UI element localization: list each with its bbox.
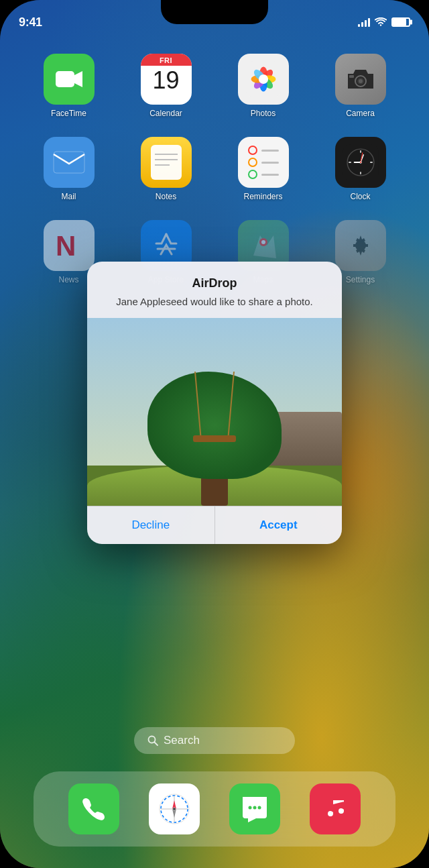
status-icons bbox=[358, 17, 410, 27]
svg-point-11 bbox=[258, 74, 267, 84]
reminders-label: Reminders bbox=[243, 192, 282, 201]
mail-label: Mail bbox=[61, 192, 76, 201]
airdrop-photo-preview bbox=[87, 318, 342, 506]
svg-rect-16 bbox=[54, 152, 84, 173]
dock-app-phone[interactable] bbox=[68, 783, 119, 834]
app-camera[interactable]: Camera bbox=[315, 54, 406, 118]
svg-point-49 bbox=[258, 806, 261, 810]
search-label: Search bbox=[164, 734, 200, 747]
dock-app-music[interactable] bbox=[310, 783, 361, 834]
camera-icon-img bbox=[335, 54, 386, 105]
app-mail[interactable]: Mail bbox=[23, 137, 114, 201]
svg-line-39 bbox=[155, 743, 158, 746]
battery-icon bbox=[391, 17, 410, 27]
signal-bar-2 bbox=[361, 22, 363, 27]
facetime-icon-img bbox=[44, 54, 95, 105]
clock-icon-img bbox=[335, 137, 386, 188]
news-icon-img: N N bbox=[44, 220, 95, 271]
calendar-label: Calendar bbox=[149, 109, 182, 118]
modal-title: AirDrop bbox=[103, 276, 326, 290]
svg-point-32 bbox=[359, 162, 361, 163]
modal-message: Jane Appleseed would like to share a pho… bbox=[103, 294, 326, 309]
app-calendar[interactable]: FRI 19 Calendar bbox=[121, 54, 211, 118]
dock-app-safari[interactable] bbox=[149, 783, 200, 834]
svg-point-36 bbox=[261, 240, 265, 244]
modal-header: AirDrop Jane Appleseed would like to sha… bbox=[87, 262, 342, 318]
calendar-day-header: FRI bbox=[141, 54, 192, 66]
search-bar[interactable]: Search bbox=[134, 727, 295, 754]
settings-label: Settings bbox=[346, 275, 375, 284]
app-clock[interactable]: Clock bbox=[315, 137, 406, 201]
app-reminders[interactable]: Reminders bbox=[218, 137, 308, 201]
dock bbox=[34, 771, 395, 847]
news-label: News bbox=[58, 275, 78, 284]
battery-fill bbox=[393, 19, 406, 25]
dock-app-messages[interactable] bbox=[229, 783, 280, 834]
search-icon bbox=[147, 735, 158, 746]
accept-button[interactable]: Accept bbox=[215, 506, 343, 544]
calendar-date: 19 bbox=[152, 68, 179, 93]
modal-actions: Decline Accept bbox=[87, 506, 342, 544]
settings-icon-img bbox=[335, 220, 386, 271]
photos-icon-img bbox=[238, 54, 289, 105]
phone-frame: 9:41 bbox=[0, 0, 429, 868]
svg-point-48 bbox=[253, 806, 257, 810]
svg-point-46 bbox=[173, 808, 176, 810]
tree-trunk bbox=[201, 385, 228, 506]
notes-label: Notes bbox=[156, 192, 176, 201]
status-time: 9:41 bbox=[19, 15, 42, 30]
signal-bars-icon bbox=[358, 17, 370, 27]
airdrop-modal: AirDrop Jane Appleseed would like to sha… bbox=[87, 262, 342, 544]
svg-point-47 bbox=[249, 806, 252, 810]
svg-rect-0 bbox=[56, 71, 74, 87]
app-facetime[interactable]: FaceTime bbox=[23, 54, 114, 118]
swing-seat bbox=[193, 435, 236, 442]
facetime-label: FaceTime bbox=[51, 109, 86, 118]
app-grid: FaceTime FRI 19 Calendar bbox=[0, 47, 429, 291]
app-notes[interactable]: Notes bbox=[121, 137, 211, 201]
svg-point-14 bbox=[359, 79, 363, 83]
svg-rect-15 bbox=[349, 75, 354, 78]
app-photos[interactable]: Photos bbox=[218, 54, 308, 118]
calendar-icon-img: FRI 19 bbox=[141, 54, 192, 105]
photos-label: Photos bbox=[251, 109, 275, 118]
notes-icon-img bbox=[141, 137, 192, 188]
camera-label: Camera bbox=[346, 109, 375, 118]
svg-marker-1 bbox=[74, 71, 82, 87]
signal-bar-3 bbox=[365, 20, 367, 27]
reminders-icon-img bbox=[238, 137, 289, 188]
mail-icon-img bbox=[44, 137, 95, 188]
wifi-icon bbox=[375, 17, 387, 27]
clock-label: Clock bbox=[350, 192, 370, 201]
svg-text:N: N bbox=[56, 230, 76, 261]
signal-bar-1 bbox=[358, 24, 360, 27]
notch bbox=[161, 0, 268, 24]
signal-bar-4 bbox=[368, 18, 370, 27]
decline-button[interactable]: Decline bbox=[87, 506, 215, 544]
svg-rect-18 bbox=[151, 145, 182, 180]
